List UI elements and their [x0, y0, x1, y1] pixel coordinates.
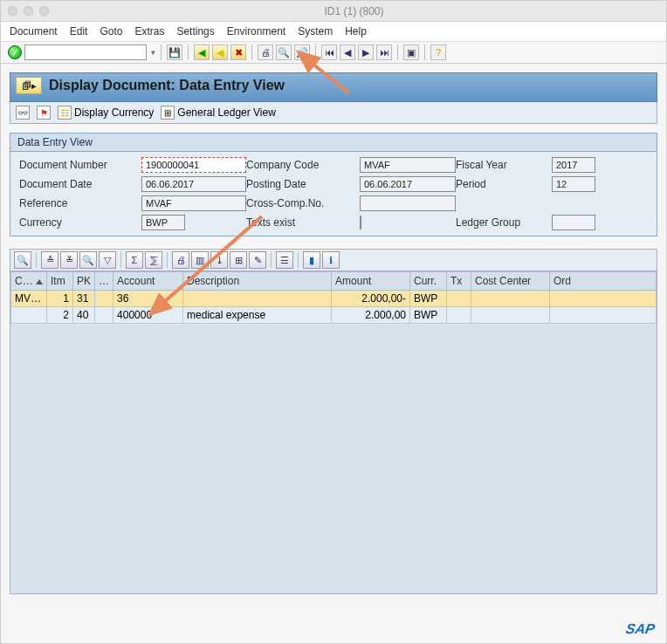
- field-posting-date[interactable]: 06.06.2017: [360, 176, 456, 192]
- graphic-icon[interactable]: ▮: [303, 251, 320, 269]
- col-s[interactable]: …: [95, 272, 113, 291]
- field-doc-date[interactable]: 06.06.2017: [141, 176, 246, 192]
- menu-edit[interactable]: Edit: [70, 25, 88, 38]
- close-button[interactable]: [8, 6, 17, 16]
- label-period: Period: [456, 178, 552, 190]
- info-icon[interactable]: ℹ: [322, 251, 340, 269]
- field-doc-number[interactable]: 1900000041: [141, 157, 246, 173]
- sort-asc-icon[interactable]: ≙: [41, 251, 58, 269]
- table-row[interactable]: MV… 1 31 36 2.000,00- BWP: [11, 291, 657, 307]
- col-description[interactable]: Description: [183, 272, 332, 291]
- col-company[interactable]: C…: [11, 272, 47, 291]
- col-curr[interactable]: Curr.: [410, 272, 447, 291]
- data-entry-panel: Data Entry View Document Number 19000000…: [10, 133, 657, 236]
- label-fiscal-year: Fiscal Year: [456, 159, 552, 171]
- panel-title: Data Entry View: [10, 134, 657, 152]
- command-field[interactable]: [24, 45, 147, 60]
- enter-icon[interactable]: ✓: [8, 45, 22, 59]
- cancel-icon[interactable]: ✖: [230, 45, 246, 60]
- alv-grid[interactable]: C… Itm PK … Account Description Amount C…: [10, 271, 657, 594]
- prev-page-icon[interactable]: ◀: [340, 45, 355, 60]
- find-next-icon[interactable]: 🔎: [294, 45, 310, 60]
- field-cross-comp[interactable]: [360, 195, 456, 211]
- display-currency-button[interactable]: ☷Display Currency: [58, 106, 154, 120]
- general-ledger-view-button[interactable]: ⊞General Ledger View: [161, 106, 276, 120]
- app-toolbar: 👓 ⚑ ☷Display Currency ⊞General Ledger Vi…: [10, 102, 657, 124]
- col-order[interactable]: Ord: [550, 272, 657, 291]
- sap-logo: SAP: [625, 621, 657, 637]
- field-fiscal-year[interactable]: 2017: [552, 157, 595, 173]
- sort-desc-icon[interactable]: ≚: [60, 251, 78, 269]
- label-doc-number: Document Number: [19, 159, 141, 171]
- print-icon[interactable]: 🖨: [172, 251, 189, 269]
- display-currency-label: Display Currency: [74, 106, 154, 119]
- menu-help[interactable]: Help: [345, 25, 367, 38]
- col-tx[interactable]: Tx: [447, 272, 471, 291]
- label-currency: Currency: [19, 216, 141, 229]
- subtotal-icon[interactable]: ⅀: [145, 251, 162, 269]
- services-icon[interactable]: ⚑: [37, 106, 51, 120]
- menu-extras[interactable]: Extras: [134, 25, 164, 38]
- field-currency[interactable]: BWP: [141, 215, 185, 230]
- label-reference: Reference: [19, 197, 141, 209]
- field-company-code[interactable]: MVAF: [360, 157, 456, 173]
- table-row[interactable]: 2 40 400000 medical expense 2.000,00 BWP: [11, 307, 657, 324]
- content-area: 🗐▸ Display Document: Data Entry View 👓 ⚑…: [1, 64, 666, 594]
- col-amount[interactable]: Amount: [332, 272, 410, 291]
- alv-table: C… Itm PK … Account Description Amount C…: [10, 271, 657, 324]
- col-itm[interactable]: Itm: [47, 272, 73, 291]
- glasses-icon[interactable]: 👓: [16, 106, 30, 120]
- next-page-icon[interactable]: ▶: [358, 45, 374, 60]
- col-pk[interactable]: PK: [73, 272, 95, 291]
- label-cross-comp: Cross-Comp.No.: [246, 197, 360, 209]
- field-ledger-group[interactable]: [552, 215, 595, 230]
- menu-bar: Document Edit Goto Extras Settings Envir…: [1, 22, 666, 42]
- page-title: Display Document: Data Entry View: [49, 78, 285, 93]
- wp-icon[interactable]: ✎: [249, 251, 266, 269]
- menu-goto[interactable]: Goto: [100, 25, 122, 38]
- menu-environment[interactable]: Environment: [227, 25, 285, 38]
- first-page-icon[interactable]: ⏮: [321, 45, 337, 60]
- export-icon[interactable]: ⤓: [210, 251, 228, 269]
- header-nav-button[interactable]: 🗐▸: [16, 77, 42, 94]
- details-icon[interactable]: 🔍: [14, 251, 31, 269]
- find-icon[interactable]: 🔍: [79, 251, 97, 269]
- field-reference[interactable]: MVAF: [141, 195, 246, 211]
- help-icon[interactable]: ?: [430, 45, 446, 60]
- new-session-icon[interactable]: ▣: [403, 45, 419, 60]
- last-page-icon[interactable]: ⏭: [376, 45, 392, 60]
- page-header: 🗐▸ Display Document: Data Entry View: [10, 72, 657, 102]
- label-company-code: Company Code: [246, 159, 360, 171]
- save-icon[interactable]: 💾: [167, 45, 182, 60]
- main-window: ID1 (1) (800) Document Edit Goto Extras …: [0, 0, 667, 644]
- form-grid: Document Number 1900000041 Company Code …: [10, 152, 657, 236]
- titlebar: ID1 (1) (800): [1, 1, 666, 22]
- exit-icon[interactable]: ◀: [212, 45, 228, 60]
- col-account[interactable]: Account: [113, 272, 183, 291]
- find-icon[interactable]: 🔍: [276, 45, 292, 60]
- label-posting-date: Posting Date: [246, 178, 360, 190]
- menu-settings[interactable]: Settings: [176, 25, 214, 38]
- print-icon[interactable]: 🖨: [258, 45, 273, 60]
- menu-document[interactable]: Document: [10, 25, 58, 38]
- filter-icon[interactable]: ▽: [99, 251, 116, 269]
- window-controls: [8, 6, 49, 16]
- standard-toolbar: ✓ ▾ 💾 ◀ ◀ ✖ 🖨 🔍 🔎 ⏮ ◀ ▶ ⏭ ▣ ?: [1, 42, 666, 64]
- checkbox-texts-exist[interactable]: [360, 216, 361, 230]
- sum-icon[interactable]: Σ: [126, 251, 143, 269]
- back-icon[interactable]: ◀: [194, 45, 210, 60]
- chevron-down-icon[interactable]: ▾: [151, 48, 155, 57]
- label-texts-exist: Texts exist: [246, 216, 360, 229]
- gl-view-label: General Ledger View: [177, 106, 276, 119]
- menu-system[interactable]: System: [298, 25, 333, 38]
- field-period[interactable]: 12: [552, 176, 595, 192]
- grid-toolbar: 🔍 ≙ ≚ 🔍 ▽ Σ ⅀ 🖨 ▥ ⤓ ⊞ ✎ ☰ ▮ ℹ: [10, 249, 657, 271]
- window-title: ID1 (1) (800): [49, 5, 659, 17]
- excel-icon[interactable]: ⊞: [230, 251, 247, 269]
- col-costcenter[interactable]: Cost Center: [471, 272, 550, 291]
- layout-icon[interactable]: ☰: [276, 251, 293, 269]
- views-icon[interactable]: ▥: [191, 251, 209, 269]
- zoom-button[interactable]: [39, 6, 49, 16]
- label-ledger-group: Ledger Group: [456, 216, 552, 229]
- minimize-button[interactable]: [24, 6, 33, 16]
